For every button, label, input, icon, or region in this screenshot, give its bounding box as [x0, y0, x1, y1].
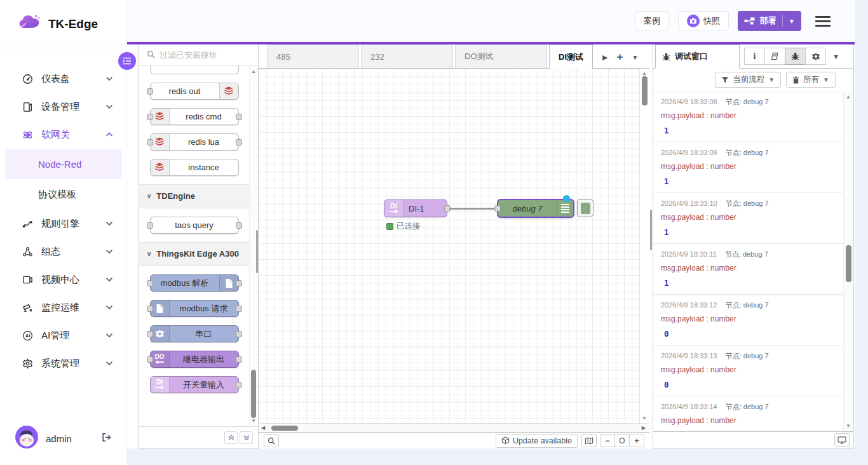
tab-485[interactable]: 485 — [267, 44, 359, 68]
scroll-down-icon[interactable]: ▼ — [642, 415, 647, 421]
scroll-right-icon[interactable]: ▶ — [639, 425, 648, 431]
debug-clear-button[interactable]: 所有 ▼ — [786, 72, 836, 88]
sidebar-item-ai-mgmt[interactable]: AIAI管理 — [0, 321, 127, 349]
canvas-hscroll-thumb[interactable] — [271, 426, 298, 431]
config-tab-button[interactable] — [805, 48, 826, 65]
scroll-down-icon[interactable]: ▼ — [846, 423, 851, 429]
debug-message-value[interactable]: 1 — [661, 126, 836, 135]
scroll-down-icon[interactable]: ▼ — [251, 418, 256, 424]
open-debug-window-button[interactable] — [834, 433, 850, 447]
debug-message-value[interactable]: 1 — [661, 177, 836, 186]
zoom-in-button[interactable]: + — [629, 434, 644, 447]
tab-di-test[interactable]: DI测试 — [549, 44, 593, 69]
deploy-button[interactable]: 部署 ▼ — [738, 11, 801, 31]
palette-category-header[interactable]: ∨TDEngine — [139, 184, 249, 208]
output-port[interactable] — [236, 139, 242, 145]
debug-scroll-thumb[interactable] — [846, 245, 851, 282]
palette-node-redis-out[interactable]: redis out — [150, 83, 239, 100]
add-flow-button[interactable]: + — [616, 53, 623, 62]
debug-filter-button[interactable]: 当前流程 ▼ — [715, 72, 781, 88]
input-port[interactable] — [147, 280, 153, 286]
avatar[interactable] — [15, 426, 38, 451]
collapse-all-button[interactable] — [224, 431, 238, 444]
zoom-reset-button[interactable]: O — [614, 434, 630, 447]
update-available-button[interactable]: Update available — [496, 434, 578, 448]
sidebar-item-video-center[interactable]: 视频中心 — [0, 266, 127, 293]
sidebar-item-protocol-template[interactable]: 协议模板 — [0, 179, 127, 210]
scroll-up-icon[interactable]: ▲ — [846, 94, 851, 100]
scroll-left-icon[interactable]: ◀ — [259, 425, 268, 431]
input-port[interactable] — [147, 222, 153, 229]
deploy-caret-icon[interactable]: ▼ — [789, 18, 795, 25]
sidebar-item-soft-gateway[interactable]: 软网关 — [0, 121, 127, 149]
palette-node-partial-node[interactable] — [150, 66, 239, 74]
sidebar-item-node-red[interactable]: Node-Red — [5, 149, 122, 179]
input-port[interactable] — [147, 114, 153, 120]
debug-message-value[interactable]: 1 — [661, 227, 836, 237]
sidebar-item-dashboard[interactable]: 仪表盘 — [0, 65, 127, 93]
debug-message-value[interactable]: 1 — [661, 278, 836, 288]
scroll-up-icon[interactable]: ▲ — [642, 71, 647, 76]
input-port[interactable] — [147, 306, 153, 312]
sidebar-item-device-mgmt[interactable]: 设备管理 — [0, 93, 127, 121]
debug-message-value[interactable]: 0 — [661, 380, 836, 389]
sidebar-collapse-button[interactable] — [118, 52, 136, 70]
palette-node-modbus-parse[interactable]: modbus 解析 — [150, 274, 239, 292]
palette-category-header[interactable]: ∨ThingsKit Edge A300 — [139, 242, 249, 266]
sidebar-resize-handle[interactable] — [650, 210, 652, 250]
output-port[interactable] — [236, 280, 242, 286]
scroll-up-icon[interactable]: ▲ — [251, 69, 256, 74]
navigator-button[interactable] — [581, 434, 597, 447]
palette-scroll-thumb[interactable] — [251, 370, 256, 418]
output-port[interactable] — [236, 382, 242, 388]
tab-do-test[interactable]: DO测试 — [455, 44, 547, 68]
tab-232[interactable]: 232 — [361, 44, 453, 68]
input-port[interactable] — [147, 331, 153, 337]
menu-burger-icon[interactable] — [815, 16, 831, 27]
wire[interactable] — [449, 208, 496, 210]
output-port[interactable] — [236, 306, 242, 312]
palette-resize-handle[interactable] — [256, 230, 258, 273]
input-port[interactable] — [147, 88, 153, 95]
canvas-vscroll-thumb[interactable] — [642, 76, 648, 105]
canvas-vscrollbar[interactable]: ▲ ▼ — [639, 69, 649, 423]
sidebar-item-scada[interactable]: 组态 — [0, 238, 127, 266]
flow-list-caret-icon[interactable]: ▼ — [632, 54, 638, 61]
tab-scroll-right-icon[interactable]: ▶ — [602, 53, 607, 62]
output-port[interactable] — [236, 356, 242, 363]
snapshot-button[interactable]: 快照 — [678, 11, 729, 30]
palette-node-instance[interactable]: instance — [150, 159, 239, 176]
canvas-search-button[interactable] — [264, 434, 279, 447]
flow-canvas[interactable]: DI DI-1 已连接 debug 7 ▲ — [259, 69, 649, 423]
input-port[interactable] — [494, 205, 501, 212]
sidebar-caret-icon[interactable]: ▼ — [832, 53, 839, 60]
expand-all-button[interactable] — [240, 431, 253, 444]
flow-node-di-1[interactable]: DI DI-1 — [384, 199, 447, 217]
debug-scrollbar[interactable]: ▲ ▼ — [843, 91, 853, 431]
flow-node-debug-7[interactable]: debug 7 — [497, 199, 574, 218]
debug-message-value[interactable]: 0 — [661, 329, 836, 339]
zoom-out-button[interactable]: − — [600, 434, 615, 447]
canvas-hscrollbar[interactable]: ◀ ▶ — [259, 423, 649, 432]
palette-node-di-input[interactable]: DI开关量输入 — [150, 376, 239, 393]
tab-debug-window[interactable]: 调试窗口 — [655, 44, 740, 69]
palette-search-input[interactable] — [159, 50, 248, 60]
sidebar-item-monitor-ops[interactable]: 监控运维 — [0, 293, 127, 321]
debug-tab-button[interactable] — [785, 48, 806, 65]
info-tab-button[interactable]: i — [744, 48, 765, 65]
palette-node-relay-output[interactable]: DO继电器输出 — [150, 351, 239, 368]
palette-node-modbus-request[interactable]: modbus 请求 — [150, 300, 239, 317]
input-port[interactable] — [147, 139, 153, 145]
help-tab-button[interactable] — [764, 48, 785, 65]
debug-enable-toggle[interactable] — [577, 199, 593, 217]
output-port[interactable] — [236, 222, 242, 229]
logout-icon[interactable] — [101, 432, 112, 445]
case-button[interactable]: 案例 — [635, 11, 669, 30]
palette-node-serial-port[interactable]: 串口 — [150, 325, 239, 342]
palette-node-redis-lua[interactable]: redis lua — [150, 133, 239, 151]
sidebar-item-rule-engine[interactable]: 规则引擎 — [0, 210, 127, 238]
palette-node-redis-cmd[interactable]: redis cmd — [150, 108, 239, 125]
output-port[interactable] — [236, 331, 242, 337]
output-port[interactable] — [236, 114, 242, 120]
sidebar-item-system-mgmt[interactable]: 系统管理 — [0, 349, 127, 377]
